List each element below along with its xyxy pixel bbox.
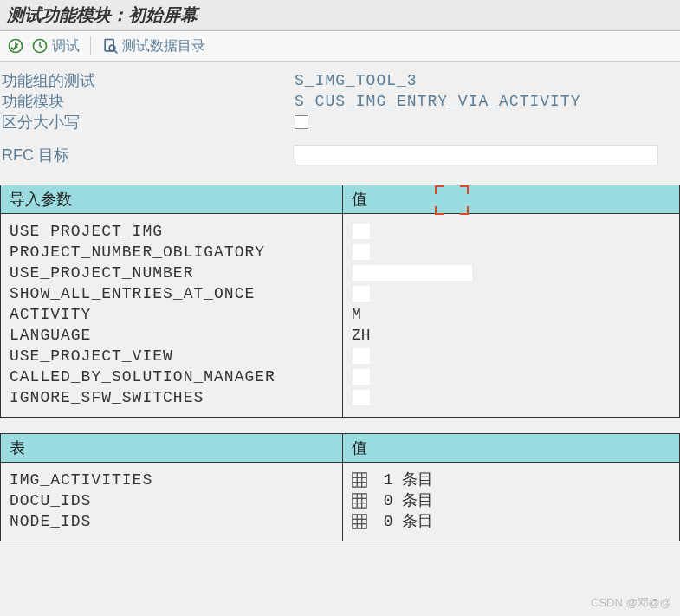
import-param-value[interactable]: M — [352, 304, 670, 325]
window-title: 测试功能模块：初始屏幕 — [0, 0, 680, 31]
toolbar-separator — [90, 36, 91, 55]
value-input[interactable] — [352, 368, 371, 386]
svg-rect-15 — [353, 515, 366, 528]
table-entry-link[interactable]: 0 条目 — [352, 490, 670, 511]
import-param-name: USE_PROJECT_NUMBER — [10, 263, 334, 283]
value-input[interactable] — [352, 347, 371, 365]
function-group-label: 功能组的测试 — [0, 70, 295, 91]
import-param-value[interactable] — [352, 221, 670, 242]
svg-rect-10 — [353, 494, 366, 508]
tables-header: 表 — [1, 434, 343, 463]
import-param-value[interactable] — [352, 263, 670, 283]
import-param-value[interactable] — [352, 242, 670, 263]
import-params-header: 导入参数 — [1, 185, 343, 214]
test-data-directory-label: 测试数据目录 — [122, 37, 205, 55]
svg-rect-5 — [353, 473, 366, 487]
import-param-name: LANGUAGE — [10, 325, 334, 346]
function-module-label: 功能模块 — [0, 91, 295, 112]
import-param-value[interactable] — [352, 387, 670, 408]
tables-value-header: 值 — [343, 434, 680, 463]
import-param-name: IGNORE_SFW_SWITCHES — [10, 387, 334, 408]
table-entry-count: 0 条目 — [374, 490, 433, 511]
table-entry-count: 0 条目 — [374, 511, 433, 532]
import-param-value[interactable] — [352, 346, 670, 366]
rfc-target-label: RFC 目标 — [0, 145, 295, 165]
tables-section: 表 值 IMG_ACTIVITIESDOCU_IDSNODE_IDS 1 条目 … — [0, 433, 680, 541]
table-param-name: IMG_ACTIVITIES — [10, 470, 334, 490]
info-block: 功能组的测试 S_IMG_TOOL_3 功能模块 S_CUS_IMG_ENTRY… — [0, 62, 680, 169]
import-value-header: 值 — [343, 185, 680, 214]
function-module-value: S_CUS_IMG_ENTRY_VIA_ACTIVITY — [295, 91, 580, 112]
table-icon — [352, 472, 367, 488]
value-input[interactable] — [352, 264, 473, 282]
search-document-icon — [101, 37, 119, 55]
value-input[interactable] — [352, 243, 371, 261]
toolbar: 调试 测试数据目录 — [0, 31, 680, 62]
clock-icon — [31, 37, 49, 55]
import-param-name: PROJECT_NUMBER_OBLIGATORY — [10, 242, 334, 263]
cursor-corner-icon — [435, 185, 444, 194]
debug-button[interactable]: 调试 — [31, 37, 80, 55]
execute-button[interactable] — [7, 37, 24, 55]
value-input[interactable] — [352, 223, 371, 240]
import-param-value[interactable]: ZH — [352, 325, 670, 346]
table-param-name: DOCU_IDS — [10, 490, 334, 511]
clock-check-icon — [7, 37, 24, 55]
case-sensitive-label: 区分大小写 — [0, 112, 295, 133]
table-icon — [352, 493, 367, 509]
rfc-target-input[interactable] — [295, 145, 658, 165]
import-param-value[interactable] — [352, 366, 670, 387]
import-params-section: 导入参数 值 USE_PROJECT_IMGPROJECT_NUMBER_OBL… — [0, 185, 680, 418]
table-param-name: NODE_IDS — [10, 511, 334, 532]
table-icon — [352, 514, 367, 529]
import-param-name: SHOW_ALL_ENTRIES_AT_ONCE — [10, 283, 334, 304]
test-data-directory-button[interactable]: 测试数据目录 — [101, 37, 205, 55]
table-entry-link[interactable]: 0 条目 — [352, 511, 670, 532]
svg-line-4 — [114, 50, 117, 53]
value-input[interactable] — [352, 285, 371, 302]
watermark: CSDN @邓@@ — [591, 595, 671, 611]
import-param-name: USE_PROJECT_VIEW — [10, 346, 334, 366]
cursor-corner-icon — [460, 185, 469, 194]
import-param-name: CALLED_BY_SOLUTION_MANAGER — [10, 366, 334, 387]
cursor-corner-icon — [435, 206, 444, 215]
case-sensitive-checkbox[interactable] — [295, 115, 308, 129]
function-group-value: S_IMG_TOOL_3 — [295, 70, 418, 91]
import-param-name: ACTIVITY — [10, 304, 334, 325]
table-entry-link[interactable]: 1 条目 — [352, 470, 670, 490]
debug-label: 调试 — [52, 37, 80, 55]
cursor-corner-icon — [460, 206, 469, 215]
import-param-value[interactable] — [352, 283, 670, 304]
import-param-name: USE_PROJECT_IMG — [10, 221, 334, 242]
value-input[interactable] — [352, 389, 371, 406]
table-entry-count: 1 条目 — [374, 470, 433, 490]
